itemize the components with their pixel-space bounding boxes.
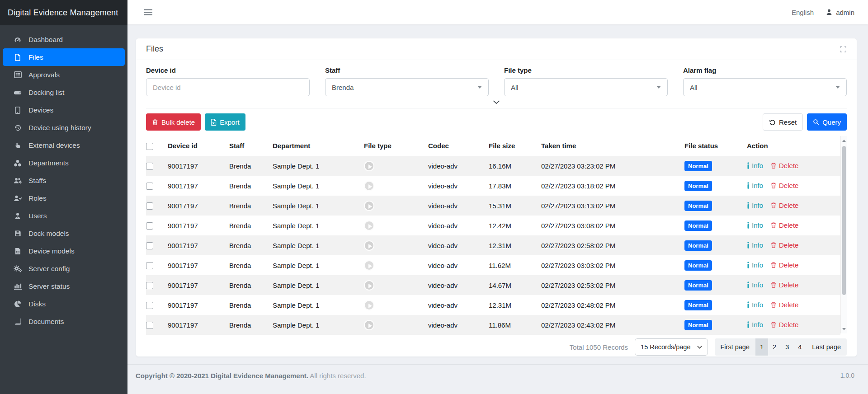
play-icon <box>364 260 374 271</box>
panel-header: Files <box>136 38 857 60</box>
play-icon <box>364 280 374 291</box>
delete-link[interactable]: Delete <box>770 241 798 249</box>
col-department: Department <box>273 136 364 156</box>
sidebar-item-files[interactable]: Files <box>3 48 125 66</box>
trash-icon <box>152 119 158 126</box>
first-page-button[interactable]: First page <box>715 338 755 356</box>
file-type-select[interactable]: All <box>504 78 668 96</box>
last-page-button[interactable]: Last page <box>806 338 847 356</box>
sidebar-item-label: Dock models <box>28 230 69 238</box>
delete-link[interactable]: Delete <box>770 182 798 189</box>
info-link[interactable]: Info <box>747 281 763 289</box>
caret-down-icon <box>656 86 661 89</box>
sidebar-item-server-status[interactable]: Server status <box>0 277 127 295</box>
sidebar-item-device-models[interactable]: Device models <box>0 242 127 260</box>
info-link[interactable]: Info <box>747 261 763 269</box>
table-scrollbar[interactable] <box>840 136 847 333</box>
trash-icon <box>770 222 777 229</box>
sidebar-item-dashboard[interactable]: Dashboard <box>0 31 127 48</box>
sidebar-item-documents[interactable]: Documents <box>0 313 127 330</box>
row-checkbox[interactable] <box>146 222 153 230</box>
chevron-down-icon <box>697 346 702 349</box>
chart-bar-icon <box>13 283 23 290</box>
sidebar-item-server-config[interactable]: Server config <box>0 260 127 277</box>
staff-cell: Brenda <box>229 196 273 216</box>
files-table-wrap: Device id Staff Department File type Cod… <box>146 136 847 335</box>
row-checkbox[interactable] <box>146 202 153 210</box>
col-file-type: File type <box>364 136 428 156</box>
trash-icon <box>770 242 777 249</box>
alarm-flag-select[interactable]: All <box>683 78 847 96</box>
delete-link[interactable]: Delete <box>770 221 798 229</box>
bulk-delete-button[interactable]: Bulk delete <box>146 113 201 131</box>
info-link[interactable]: Info <box>747 162 763 169</box>
sidebar-item-docking-list[interactable]: Docking list <box>0 84 127 101</box>
sidebar-item-roles[interactable]: Roles <box>0 189 127 207</box>
export-button[interactable]: Export <box>205 113 245 131</box>
row-checkbox[interactable] <box>146 163 153 170</box>
info-link[interactable]: Info <box>747 182 763 189</box>
query-button[interactable]: Query <box>807 113 847 131</box>
page-button-2[interactable]: 2 <box>768 338 781 356</box>
history-icon <box>13 124 23 131</box>
page-button-4[interactable]: 4 <box>793 338 806 356</box>
sidebar-item-label: Dashboard <box>28 36 63 44</box>
delete-link[interactable]: Delete <box>770 301 798 309</box>
staff-select[interactable]: Brenda <box>325 78 489 96</box>
delete-link[interactable]: Delete <box>770 321 798 328</box>
user-name: admin <box>836 9 854 16</box>
sidebar-item-departments[interactable]: Departments <box>0 154 127 172</box>
row-checkbox[interactable] <box>146 302 153 309</box>
info-icon <box>747 301 750 308</box>
device-id-input[interactable] <box>153 84 303 91</box>
filter-bar: Device id Staff Brenda <box>146 66 847 96</box>
sidebar-item-external-devices[interactable]: External devices <box>0 136 127 154</box>
info-link[interactable]: Info <box>747 301 763 309</box>
delete-link[interactable]: Delete <box>770 281 798 289</box>
scroll-up-icon[interactable] <box>841 137 847 144</box>
mobile-icon <box>13 107 23 114</box>
delete-link[interactable]: Delete <box>770 162 798 169</box>
row-checkbox[interactable] <box>146 282 153 289</box>
page-size-select[interactable]: 15 Records/page <box>635 338 708 356</box>
trash-icon <box>770 321 777 328</box>
language-switcher[interactable]: English <box>792 9 814 16</box>
trash-icon <box>770 262 777 268</box>
select-all-checkbox[interactable] <box>146 143 153 150</box>
row-checkbox[interactable] <box>146 242 153 249</box>
sidebar-item-dock-models[interactable]: Dock models <box>0 225 127 242</box>
sidebar-item-staffs[interactable]: Staffs <box>0 172 127 189</box>
info-link[interactable]: Info <box>747 221 763 229</box>
page-button-1[interactable]: 1 <box>755 338 768 356</box>
sidebar-item-approvals[interactable]: Approvals <box>0 66 127 84</box>
sidebar-item-label: Device using history <box>28 124 91 132</box>
sidebar-item-devices[interactable]: Devices <box>0 101 127 119</box>
scrollbar-thumb[interactable] <box>842 146 846 295</box>
row-checkbox[interactable] <box>146 183 153 190</box>
scroll-down-icon[interactable] <box>841 325 847 333</box>
hamburger-icon[interactable] <box>144 9 153 16</box>
department-cell: Sample Dept. 1 <box>273 295 364 315</box>
collapse-filters-toggle[interactable] <box>146 96 847 108</box>
staff-select-value: Brenda <box>332 84 354 91</box>
users-gear-icon <box>13 177 23 184</box>
sidebar-item-users[interactable]: Users <box>0 207 127 225</box>
delete-link[interactable]: Delete <box>770 202 798 209</box>
info-link[interactable]: Info <box>747 241 763 249</box>
sidebar-item-device-using-history[interactable]: Device using history <box>0 119 127 136</box>
fullscreen-icon[interactable] <box>840 46 847 53</box>
row-checkbox[interactable] <box>146 322 153 329</box>
info-link[interactable]: Info <box>747 202 763 209</box>
sidebar-item-disks[interactable]: Disks <box>0 295 127 313</box>
row-checkbox[interactable] <box>146 262 153 269</box>
info-link[interactable]: Info <box>747 321 763 328</box>
reset-button[interactable]: Reset <box>763 113 803 131</box>
user-menu[interactable]: admin <box>826 9 854 16</box>
topbar: English admin <box>127 0 868 24</box>
delete-link[interactable]: Delete <box>770 261 798 269</box>
panel-body: Device id Staff Brenda <box>136 60 857 356</box>
sidebar-item-label: Devices <box>28 106 53 114</box>
sidebar-item-label: Users <box>28 212 47 220</box>
user-icon <box>826 9 833 16</box>
page-button-3[interactable]: 3 <box>781 338 793 356</box>
